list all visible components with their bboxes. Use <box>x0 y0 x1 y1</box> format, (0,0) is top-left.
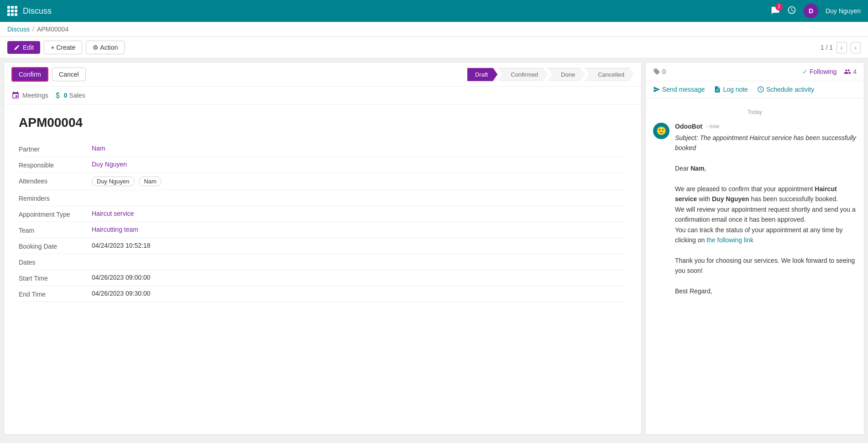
breadcrumb-parent[interactable]: Discuss <box>7 26 30 33</box>
stage-cancelled[interactable]: Cancelled <box>585 68 634 81</box>
field-label-start-time: Start Time <box>19 274 92 282</box>
status-stages: Draft Confirmed Done Cancelled <box>467 68 634 81</box>
field-label-end-time: End Time <box>19 290 92 298</box>
user-name[interactable]: Duy Nguyen <box>826 7 861 15</box>
breadcrumb-current: APM00004 <box>37 26 68 33</box>
stage-confirmed[interactable]: Confirmed <box>497 68 548 81</box>
chatter-buttons: Send message Log note Schedule activity <box>646 81 864 98</box>
field-value-end-time: 04/26/2023 09:30:00 <box>92 290 627 297</box>
apps-icon[interactable] <box>7 6 17 16</box>
field-booking-date: Booking Date 04/24/2023 10:52:18 <box>19 238 627 254</box>
field-value-team[interactable]: Haircutting team <box>92 226 627 233</box>
left-panel: Confirm Cancel Draft Confirmed Done Canc… <box>4 62 642 435</box>
main-layout: Confirm Cancel Draft Confirmed Done Canc… <box>0 58 868 438</box>
pagination: 1 / 1 <box>821 44 833 51</box>
field-reminders: Reminders <box>19 190 627 206</box>
breadcrumb: Discuss / APM00004 <box>0 22 868 37</box>
chatter-actions: 0 ✓ Following 4 <box>646 63 864 81</box>
chatter-messages: Today 🙂 OdooBot - now Subject: The appoi… <box>646 98 864 434</box>
chatter-right: ✓ Following 4 <box>802 68 857 75</box>
field-label-attendees: Attendees <box>19 177 92 185</box>
field-value-booking-date: 04/24/2023 10:52:18 <box>92 242 627 249</box>
field-label-reminders: Reminders <box>19 194 92 202</box>
following-link[interactable]: the following link <box>706 236 753 244</box>
field-dates: Dates <box>19 254 627 270</box>
message: 🙂 OdooBot - now Subject: The appointment… <box>653 123 857 296</box>
toolbar: Edit + Create ⚙ Action 1 / 1 ‹ › <box>0 37 868 58</box>
field-value-start-time: 04/26/2023 09:00:00 <box>92 274 627 281</box>
right-panel: 0 ✓ Following 4 Send message Log not <box>645 62 864 435</box>
form-content: APM00004 Partner Nam Responsible Duy Ngu… <box>4 104 641 434</box>
field-team: Team Haircutting team <box>19 222 627 238</box>
field-label-responsible: Responsible <box>19 161 92 169</box>
field-attendees: Attendees Duy Nguyen Nam <box>19 173 627 190</box>
status-bar: Confirm Cancel Draft Confirmed Done Canc… <box>4 63 641 87</box>
create-button[interactable]: + Create <box>44 41 82 54</box>
notification-icon[interactable]: 2 <box>771 6 780 16</box>
message-body: Subject: The appointment Haircut service… <box>675 133 857 296</box>
attendee-tag-0[interactable]: Duy Nguyen <box>92 177 135 186</box>
attendee-tag-1[interactable]: Nam <box>139 177 161 186</box>
app-title: Discuss <box>23 6 52 16</box>
field-appointment-type: Appointment Type Haircut service <box>19 206 627 222</box>
content-top-bar: Meetings 0 Sales <box>4 87 641 104</box>
top-nav: Discuss 2 D Duy Nguyen <box>0 0 868 22</box>
stage-done[interactable]: Done <box>548 68 585 81</box>
message-header: OdooBot - now <box>675 123 857 130</box>
field-label-booking-date: Booking Date <box>19 242 92 250</box>
field-value-partner[interactable]: Nam <box>92 145 627 152</box>
sales-button[interactable]: 0 Sales <box>54 91 85 99</box>
clock-icon[interactable] <box>787 5 796 17</box>
log-note-button[interactable]: Log note <box>714 86 748 93</box>
schedule-activity-button[interactable]: Schedule activity <box>757 86 814 93</box>
message-content: OdooBot - now Subject: The appointment H… <box>675 123 857 296</box>
breadcrumb-separator: / <box>32 26 34 33</box>
record-title: APM00004 <box>19 115 627 130</box>
field-label-dates: Dates <box>19 258 92 266</box>
field-partner: Partner Nam <box>19 141 627 157</box>
field-label-appointment-type: Appointment Type <box>19 210 92 218</box>
field-value-responsible[interactable]: Duy Nguyen <box>92 161 627 168</box>
field-start-time: Start Time 04/26/2023 09:00:00 <box>19 270 627 286</box>
chatter-people[interactable]: 4 <box>844 68 857 75</box>
send-message-button[interactable]: Send message <box>653 86 705 93</box>
notification-badge: 2 <box>775 3 783 10</box>
field-label-partner: Partner <box>19 145 92 153</box>
top-nav-right: 2 D Duy Nguyen <box>771 4 861 18</box>
field-value-appointment-type[interactable]: Haircut service <box>92 210 627 217</box>
field-value-attendees: Duy Nguyen Nam <box>92 177 627 186</box>
stage-draft[interactable]: Draft <box>467 68 497 81</box>
date-divider: Today <box>653 109 857 115</box>
meetings-button[interactable]: Meetings <box>11 91 48 99</box>
confirm-button[interactable]: Confirm <box>11 67 48 82</box>
avatar[interactable]: D <box>804 4 818 18</box>
field-end-time: End Time 04/26/2023 09:30:00 <box>19 286 627 302</box>
message-author: OdooBot <box>675 123 702 130</box>
action-button[interactable]: ⚙ Action <box>86 41 125 54</box>
following-button[interactable]: ✓ Following <box>802 68 837 75</box>
edit-button[interactable]: Edit <box>7 41 40 54</box>
field-label-team: Team <box>19 226 92 234</box>
toolbar-right: 1 / 1 ‹ › <box>821 42 861 53</box>
message-time: - now <box>706 123 719 130</box>
field-responsible: Responsible Duy Nguyen <box>19 157 627 173</box>
next-button[interactable]: › <box>851 42 861 53</box>
bot-avatar: 🙂 <box>653 123 669 139</box>
chatter-stat: 0 <box>653 68 666 75</box>
prev-button[interactable]: ‹ <box>837 42 847 53</box>
cancel-button[interactable]: Cancel <box>52 68 86 81</box>
form-fields: Partner Nam Responsible Duy Nguyen Atten… <box>19 141 627 302</box>
